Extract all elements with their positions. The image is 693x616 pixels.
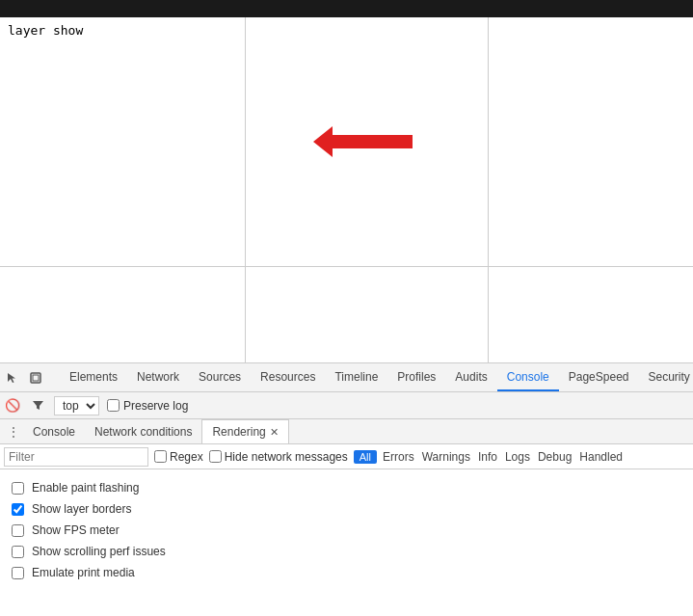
show-scrolling-perf-row[interactable]: Show scrolling perf issues [12, 541, 681, 562]
emulate-print-media-row[interactable]: Emulate print media [12, 562, 681, 583]
no-entry-icon[interactable]: 🚫 [4, 397, 21, 415]
grid-bottom [0, 267, 693, 362]
emulate-print-media-checkbox[interactable] [12, 567, 24, 579]
devtools-tabs: Elements Network Sources Resources Timel… [60, 363, 693, 391]
red-arrow [321, 135, 413, 148]
tab-resources[interactable]: Resources [251, 363, 325, 391]
enable-paint-flashing-row[interactable]: Enable paint flashing [12, 477, 681, 498]
content-area: layer show [0, 17, 693, 363]
grid-cell-2 [246, 17, 489, 266]
show-scrolling-perf-checkbox[interactable] [12, 546, 24, 558]
show-layer-borders-row[interactable]: Show layer borders [12, 498, 681, 520]
preserve-log-text: Preserve log [123, 399, 188, 413]
filter-input[interactable] [4, 447, 148, 467]
preserve-log-checkbox[interactable] [107, 399, 120, 412]
log-level-all-btn[interactable]: All [354, 450, 377, 464]
cursor-icon[interactable] [4, 369, 21, 387]
grid-bottom-cell-2 [246, 267, 489, 362]
log-levels: Errors Warnings Info Logs Debug Handled [383, 450, 623, 464]
box-select-icon[interactable] [27, 369, 44, 387]
toolbar-icons [4, 369, 44, 387]
tab-elements[interactable]: Elements [60, 363, 127, 391]
subtab-console[interactable]: Console [23, 419, 85, 443]
filter-row: 🚫 top Preserve log [0, 392, 693, 419]
svg-rect-1 [33, 375, 39, 381]
log-level-debug[interactable]: Debug [538, 450, 572, 464]
tab-sources[interactable]: Sources [189, 363, 251, 391]
grid-cell-3 [489, 17, 693, 266]
log-level-logs[interactable]: Logs [505, 450, 530, 464]
context-select[interactable]: top [54, 396, 99, 415]
subtab-rendering[interactable]: Rendering ✕ [201, 419, 288, 443]
subtab-close-icon[interactable]: ✕ [270, 426, 279, 439]
rendering-panel: Enable paint flashing Show layer borders… [0, 469, 693, 591]
log-level-warnings[interactable]: Warnings [422, 450, 470, 464]
grid-bottom-cell-1 [0, 267, 246, 362]
filter-icon[interactable] [29, 397, 46, 415]
show-fps-meter-checkbox[interactable] [12, 524, 24, 537]
grid-bottom-cell-3 [489, 267, 693, 362]
arrow-body [331, 135, 413, 148]
tab-pagespeed[interactable]: PageSpeed [559, 363, 639, 391]
tab-security[interactable]: Security [638, 363, 693, 391]
subtab-menu-icon[interactable]: ⋮ [4, 422, 23, 442]
tab-network[interactable]: Network [127, 363, 189, 391]
tab-audits[interactable]: Audits [445, 363, 496, 391]
regex-option[interactable]: Regex [154, 450, 203, 464]
tab-timeline[interactable]: Timeline [325, 363, 387, 391]
log-level-info[interactable]: Info [478, 450, 497, 464]
code-text: layer show [8, 23, 83, 38]
hide-network-checkbox[interactable] [209, 450, 222, 463]
browser-bar [0, 0, 693, 17]
grid-top: layer show [0, 17, 693, 267]
preserve-log-label[interactable]: Preserve log [107, 399, 188, 413]
enable-paint-flashing-checkbox[interactable] [12, 482, 24, 495]
show-fps-meter-row[interactable]: Show FPS meter [12, 520, 681, 541]
log-level-errors[interactable]: Errors [383, 450, 414, 464]
subtab-network-conditions[interactable]: Network conditions [85, 419, 201, 443]
grid-cell-1: layer show [0, 17, 246, 266]
devtools-toolbar: Elements Network Sources Resources Timel… [0, 363, 693, 392]
show-layer-borders-checkbox[interactable] [12, 503, 24, 516]
tab-console[interactable]: Console [497, 363, 559, 391]
log-level-handled[interactable]: Handled [579, 450, 623, 464]
regex-checkbox[interactable] [154, 450, 167, 463]
console-subtabs: ⋮ Console Network conditions Rendering ✕ [0, 419, 693, 444]
hide-network-messages-option[interactable]: Hide network messages [209, 450, 348, 464]
tab-profiles[interactable]: Profiles [387, 363, 445, 391]
filter-input-row: Regex Hide network messages All Errors W… [0, 444, 693, 469]
